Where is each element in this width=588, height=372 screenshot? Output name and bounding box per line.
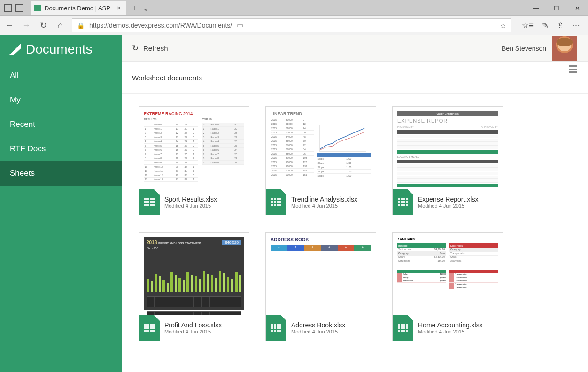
tab-title: Documents Demo | ASP <box>45 5 110 12</box>
card-footer: Trendline Analysis.xlsxModified 4 Jun 20… <box>266 189 376 215</box>
sidebar-item-recent[interactable]: Recent <box>0 112 122 137</box>
tab-actions: + ⌄ <box>132 4 149 13</box>
document-card[interactable]: ADDRESS BOOKAAAAAAAddress Book.xlsxModif… <box>265 232 376 341</box>
maximize-icon[interactable]: ☐ <box>546 1 567 15</box>
window-controls: — ☐ ✕ <box>526 1 588 15</box>
browser-chrome: Documents Demo | ASP × + ⌄ — ☐ ✕ ← → ↻ ⌂… <box>0 0 588 35</box>
app-root: Documents AllMyRecentRTF DocsSheets ↻ Re… <box>0 35 588 372</box>
file-modified: Modified 4 Jun 2015 <box>418 203 478 209</box>
favorite-icon[interactable]: ☆ <box>500 21 506 30</box>
favorites-hub-icon[interactable]: ☆≡ <box>522 21 534 31</box>
nav-bar: ← → ↻ ⌂ 🔒 https://demos.devexpress.com/R… <box>0 16 588 35</box>
file-name: Home Accounting.xlsx <box>418 321 483 329</box>
sidebar: Documents AllMyRecentRTF DocsSheets <box>0 35 122 372</box>
document-card[interactable]: 2018 PROFIT AND LOSS STATEMENT$40,520Dev… <box>139 232 249 341</box>
file-modified: Modified 4 Jun 2015 <box>291 203 357 209</box>
avatar[interactable] <box>552 36 577 61</box>
spreadsheet-icon <box>266 189 286 215</box>
reload-icon[interactable]: ↻ <box>38 20 48 31</box>
toolbar-right-icons: ☆≡ ✎ ⇪ ⋯ <box>518 21 584 31</box>
list-view-icon[interactable] <box>569 65 577 74</box>
close-window-icon[interactable]: ✕ <box>567 1 588 15</box>
taskview2-icon[interactable] <box>15 4 23 12</box>
sidebar-item-rtf-docs[interactable]: RTF Docs <box>0 137 122 161</box>
card-footer: Address Book.xlsxModified 4 Jun 2015 <box>266 315 376 341</box>
document-thumbnail: LINEAR TREND2015800000201581000122015820… <box>266 107 376 189</box>
forward-icon: → <box>21 21 31 31</box>
url-input[interactable]: 🔒 https://demos.devexpress.com/RWA/Docum… <box>72 18 511 32</box>
url-text: https://demos.devexpress.com/RWA/Documen… <box>89 22 232 29</box>
ink-icon[interactable]: ✎ <box>542 21 549 31</box>
brand-text: Documents <box>26 42 93 57</box>
file-modified: Modified 4 Jun 2015 <box>291 329 345 334</box>
file-name: Trendline Analysis.xlsx <box>291 195 357 203</box>
home-icon[interactable]: ⌂ <box>55 21 65 31</box>
reading-icon[interactable]: ▭ <box>237 21 243 30</box>
tab-close-icon[interactable]: × <box>117 4 121 12</box>
document-card[interactable]: JANUARYIncomeTotal income:$4,380.00Categ… <box>392 232 503 341</box>
brand-logo-icon <box>9 43 21 55</box>
spreadsheet-icon <box>393 189 413 215</box>
card-meta: Address Book.xlsxModified 4 Jun 2015 <box>286 319 350 336</box>
brand[interactable]: Documents <box>0 35 122 63</box>
sidebar-item-my[interactable]: My <box>0 88 122 112</box>
document-card[interactable]: Vader EnterprisesEXPENSE REPORTPREPARED … <box>392 106 503 215</box>
spreadsheet-icon <box>393 315 413 341</box>
file-name: Expense Report.xlsx <box>418 195 478 203</box>
file-modified: Modified 4 Jun 2015 <box>164 329 222 334</box>
card-footer: Profit And Loss.xlsxModified 4 Jun 2015 <box>139 315 249 341</box>
title-bar-left-icons <box>0 4 27 12</box>
user-name: Ben Stevenson <box>502 45 546 52</box>
card-footer: Home Accounting.xlsxModified 4 Jun 2015 <box>393 315 503 341</box>
document-thumbnail: JANUARYIncomeTotal income:$4,380.00Categ… <box>393 232 503 315</box>
minimize-icon[interactable]: — <box>526 1 546 15</box>
browser-tab[interactable]: Documents Demo | ASP × <box>31 1 126 15</box>
spreadsheet-icon <box>139 189 160 215</box>
sidebar-item-all[interactable]: All <box>0 63 122 88</box>
card-footer: Expense Report.xlsxModified 4 Jun 2015 <box>393 189 503 215</box>
favicon-icon <box>34 5 41 11</box>
card-meta: Profit And Loss.xlsxModified 4 Jun 2015 <box>160 319 226 336</box>
card-footer: Sport Results.xlsxModified 4 Jun 2015 <box>139 189 249 215</box>
file-name: Sport Results.xlsx <box>164 195 217 203</box>
subheader: Worksheet documents <box>122 62 588 94</box>
document-grid: EXTREME RACING 2014RESULTS0Name 0102001N… <box>122 94 588 353</box>
title-bar: Documents Demo | ASP × + ⌄ — ☐ ✕ <box>0 0 588 16</box>
user-area[interactable]: Ben Stevenson <box>502 36 577 61</box>
spreadsheet-icon <box>266 315 286 341</box>
more-icon[interactable]: ⋯ <box>572 21 580 31</box>
document-thumbnail: 2018 PROFIT AND LOSS STATEMENT$40,520Dev… <box>139 232 249 315</box>
document-card[interactable]: LINEAR TREND2015800000201581000122015820… <box>265 106 376 215</box>
back-icon[interactable]: ← <box>4 21 15 31</box>
toolbar: ↻ Refresh Ben Stevenson <box>122 35 588 62</box>
document-thumbnail: Vader EnterprisesEXPENSE REPORTPREPARED … <box>393 107 503 189</box>
main: ↻ Refresh Ben Stevenson Worksheet docume… <box>122 35 588 372</box>
document-thumbnail: ADDRESS BOOKAAAAAA <box>266 232 376 315</box>
page-title: Worksheet documents <box>132 74 202 82</box>
lock-icon: 🔒 <box>77 22 85 29</box>
grid-view-icon[interactable] <box>530 65 564 90</box>
card-meta: Expense Report.xlsxModified 4 Jun 2015 <box>413 194 483 210</box>
document-card[interactable]: EXTREME RACING 2014RESULTS0Name 0102001N… <box>139 106 249 215</box>
sidebar-item-sheets[interactable]: Sheets <box>0 161 122 186</box>
file-name: Address Book.xlsx <box>291 321 345 329</box>
card-meta: Home Accounting.xlsxModified 4 Jun 2015 <box>413 319 487 336</box>
document-thumbnail: EXTREME RACING 2014RESULTS0Name 0102001N… <box>139 107 249 189</box>
refresh-button[interactable]: Refresh <box>143 44 168 52</box>
tab-chevron-icon[interactable]: ⌄ <box>143 4 149 13</box>
view-toggles <box>530 65 577 90</box>
file-modified: Modified 4 Jun 2015 <box>418 329 483 334</box>
refresh-icon[interactable]: ↻ <box>132 43 139 53</box>
share-icon[interactable]: ⇪ <box>557 21 564 31</box>
card-meta: Sport Results.xlsxModified 4 Jun 2015 <box>160 194 222 210</box>
file-name: Profit And Loss.xlsx <box>164 321 222 329</box>
file-modified: Modified 4 Jun 2015 <box>164 203 217 209</box>
spreadsheet-icon <box>139 315 160 341</box>
new-tab-icon[interactable]: + <box>132 4 136 13</box>
card-meta: Trendline Analysis.xlsxModified 4 Jun 20… <box>286 194 362 210</box>
taskview-icon[interactable] <box>4 4 12 12</box>
